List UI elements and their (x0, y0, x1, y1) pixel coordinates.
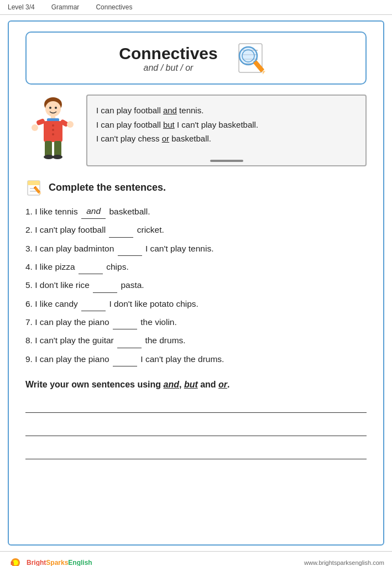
level-label: Level 3/4 (8, 3, 35, 11)
word-or: or (162, 134, 169, 143)
intro-section: I can play football and tennis. I can pl… (25, 95, 367, 166)
write-line-2[interactable] (25, 423, 367, 436)
main-content: Connectives and / but / or (8, 20, 384, 546)
svg-point-23 (67, 121, 74, 128)
svg-point-11 (45, 101, 61, 117)
magnifier-pencil-icon (229, 39, 273, 78)
blackboard-line-2: I can play football but I can't play bas… (96, 118, 357, 132)
sentence-1-after: basketball. (107, 207, 150, 216)
sentence-6: 6. I like candy I don't like potato chip… (25, 296, 367, 311)
footer: B BrightSparksEnglish www.brightsparksen… (0, 551, 392, 566)
sentence-1-blank[interactable]: and (81, 204, 106, 219)
sentence-4-blank[interactable] (79, 259, 103, 274)
sentence-2: 2. I can't play football cricket. (25, 222, 367, 237)
section-heading-text: Complete the sentences. (49, 182, 166, 193)
sentence-2-blank[interactable] (109, 222, 133, 237)
svg-point-21 (32, 124, 38, 131)
svg-point-6 (242, 50, 254, 62)
header-subtitle: and / but / or (119, 63, 217, 73)
footer-website: www.brightsparksenglish.com (304, 559, 384, 566)
header-box: Connectives and / but / or (25, 32, 367, 85)
top-bar: Level 3/4 Grammar Connectives (0, 0, 392, 15)
topic-label: Connectives (96, 3, 132, 11)
sentence-9-blank[interactable] (113, 352, 137, 366)
write-line-3[interactable] (25, 446, 367, 459)
svg-text:B: B (11, 560, 14, 566)
sentence-3-blank[interactable] (118, 241, 142, 256)
write-and-label: and (164, 380, 179, 389)
svg-point-26 (44, 155, 54, 159)
sentence-7-blank[interactable] (113, 315, 137, 329)
sentence-7: 7. I can play the piano the violin. (25, 315, 367, 329)
sentence-8-blank[interactable] (117, 333, 142, 348)
header-text: Connectives and / but / or (119, 44, 217, 73)
sentence-6-blank[interactable] (81, 296, 106, 311)
sentence-8: 8. I can't play the guitar the drums. (25, 333, 367, 348)
footer-logo: B BrightSparksEnglish (8, 555, 92, 566)
write-section: Write your own sentences using and, but … (25, 380, 367, 459)
section-heading: Complete the sentences. (25, 179, 367, 196)
write-but-label: but (184, 380, 198, 389)
svg-rect-25 (54, 141, 61, 156)
logo-icon: B (8, 555, 23, 566)
sentence-3: 3. I can play badminton I can't play ten… (25, 241, 367, 256)
notepad-icon (25, 179, 43, 196)
svg-rect-29 (28, 181, 40, 185)
blackboard: I can play football and tennis. I can pl… (86, 95, 367, 166)
svg-rect-16 (44, 121, 62, 142)
blackboard-line-3: I can't play chess or basketball. (96, 132, 357, 146)
svg-point-13 (55, 107, 57, 109)
sentence-4: 4. I like pizza chips. (25, 259, 367, 274)
sentence-5-blank[interactable] (93, 277, 117, 292)
svg-rect-24 (45, 141, 52, 156)
sentence-9: 9. I can play the piano I can't play the… (25, 352, 367, 366)
sentences-section: 1. I like tennis and basketball. 2. I ca… (25, 204, 367, 366)
svg-point-12 (49, 107, 51, 109)
subject-label: Grammar (51, 3, 80, 11)
write-or-label: or (218, 380, 227, 389)
sentence-1-num: 1. I like tennis (25, 207, 80, 216)
word-and: and (163, 106, 177, 115)
page-title: Connectives (119, 44, 217, 63)
svg-point-18 (52, 129, 54, 131)
footer-logo-text: BrightSparksEnglish (27, 559, 92, 566)
word-but: but (163, 120, 175, 129)
sentence-5: 5. I don't like rice pasta. (25, 277, 367, 292)
blackboard-line-1: I can play football and tennis. (96, 103, 357, 118)
write-line-1[interactable] (25, 400, 367, 413)
boy-figure (25, 95, 81, 166)
svg-point-17 (52, 124, 54, 127)
sentence-1: 1. I like tennis and basketball. (25, 204, 367, 219)
write-heading: Write your own sentences using and, but … (25, 380, 367, 390)
svg-point-19 (52, 133, 54, 135)
svg-point-27 (53, 155, 62, 159)
